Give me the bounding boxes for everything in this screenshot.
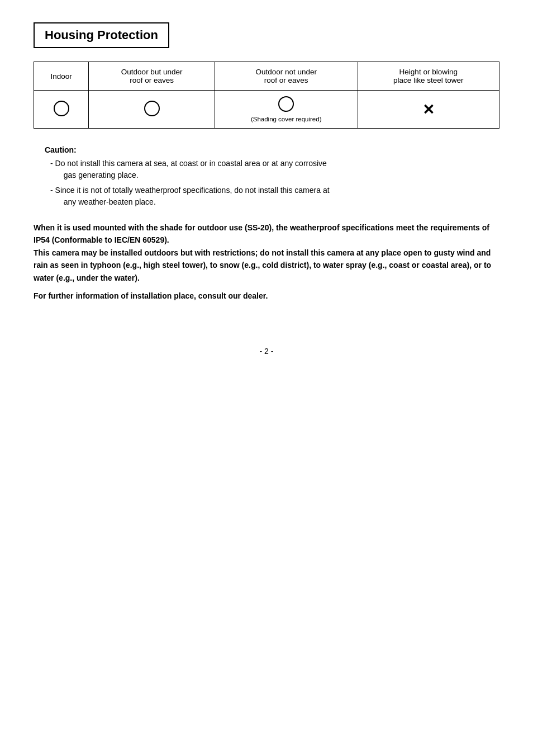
caution-section: Caution: - Do not install this camera at…: [34, 145, 499, 208]
col-header-outdoor-under: Outdoor but underroof or eaves: [89, 62, 215, 91]
cell-outdoor-not-under: (Shading cover required): [215, 91, 358, 129]
caution-item-2: - Since it is not of totally weatherproo…: [50, 185, 499, 208]
page-number: - 2 -: [34, 347, 499, 356]
cell-height: ✕: [358, 91, 499, 129]
cell-outdoor-under: [89, 91, 215, 129]
x-height-icon: ✕: [422, 101, 435, 118]
shading-note: (Shading cover required): [220, 116, 353, 122]
bold-paragraph-dealer: For further information of installation …: [34, 290, 499, 302]
circle-outdoor-not-under-icon: [278, 96, 294, 112]
col-header-height: Height or blowingplace like steel tower: [358, 62, 499, 91]
bold-paragraph-main: When it is used mounted with the shade f…: [34, 221, 499, 284]
caution-title: Caution:: [45, 145, 499, 154]
page-title: Housing Protection: [45, 28, 158, 42]
caution-list: - Do not install this camera at sea, at …: [45, 158, 499, 208]
circle-outdoor-under-icon: [144, 101, 160, 116]
protection-table: Indoor Outdoor but underroof or eaves Ou…: [34, 62, 499, 129]
col-header-outdoor-not-under: Outdoor not underroof or eaves: [215, 62, 358, 91]
title-box: Housing Protection: [34, 22, 169, 48]
caution-item-1: - Do not install this camera at sea, at …: [50, 158, 499, 181]
circle-indoor-icon: [54, 101, 69, 116]
cell-indoor: [34, 91, 89, 129]
col-header-indoor: Indoor: [34, 62, 89, 91]
